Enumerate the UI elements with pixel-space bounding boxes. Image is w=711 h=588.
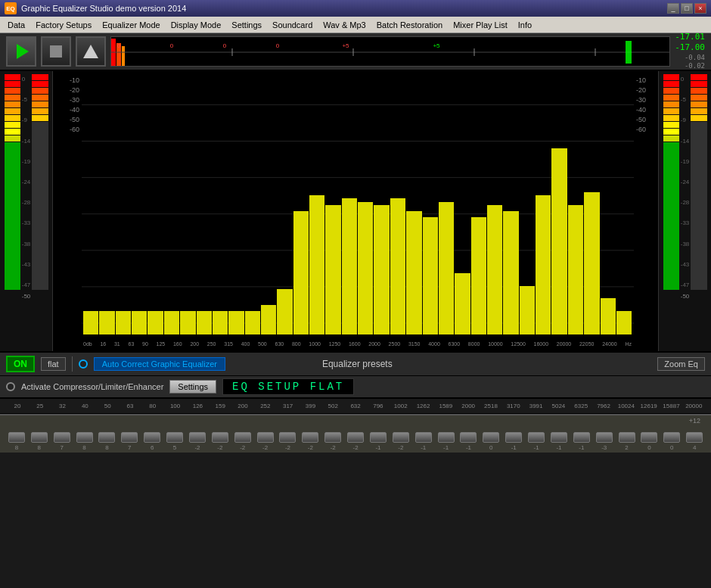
- freq-label: 80: [141, 403, 164, 409]
- spectrum-bar: [358, 201, 373, 335]
- svg-text:-30: -30: [70, 96, 79, 104]
- fader-value: -1: [458, 444, 480, 451]
- x-axis-label: 4000: [428, 341, 440, 347]
- svg-text:-40: -40: [636, 106, 646, 114]
- fader-handle[interactable]: [483, 432, 499, 443]
- svg-text:-60: -60: [636, 126, 646, 133]
- x-axis-label: 0db: [83, 341, 92, 347]
- spectrum-bar: [116, 310, 131, 334]
- fader-handle[interactable]: [551, 432, 567, 443]
- spectrum-bar: [520, 285, 535, 334]
- menu-item-equalizer-mode[interactable]: Equalizer Mode: [98, 19, 164, 31]
- radio-compressor[interactable]: [6, 382, 15, 391]
- fader-values-row: 88788765-2-2-2-2-2-2-2-2-1-2-1-1-10-1-1-…: [0, 443, 711, 453]
- frequency-labels-bar: 2025324050638010012615920025231739950263…: [0, 399, 711, 414]
- fader-handle[interactable]: [76, 432, 93, 443]
- fader-handle[interactable]: [505, 432, 522, 443]
- fader-handle[interactable]: [393, 432, 409, 443]
- freq-label: 6325: [570, 403, 592, 409]
- menu-item-factory-setups[interactable]: Factory Setups: [31, 19, 96, 31]
- fader-handle[interactable]: [663, 432, 680, 443]
- spectrum-bar: [536, 194, 551, 334]
- record-button[interactable]: [76, 36, 106, 67]
- fader-handle[interactable]: [279, 432, 296, 443]
- freq-label: 3991: [525, 403, 548, 409]
- menu-item-display-mode[interactable]: Display Mode: [166, 19, 226, 31]
- fader-handle[interactable]: [189, 432, 206, 443]
- menu-item-settings[interactable]: Settings: [227, 19, 266, 31]
- freq-label: 50: [96, 403, 119, 409]
- menu-item-data[interactable]: Data: [3, 19, 29, 31]
- fader-handle[interactable]: [8, 432, 25, 443]
- fader-handle[interactable]: [98, 432, 115, 443]
- level-left: -17.01: [675, 32, 705, 42]
- fader-handle[interactable]: [302, 432, 318, 443]
- freq-label: 3170: [502, 403, 525, 409]
- fader-handle[interactable]: [641, 432, 657, 443]
- spectrum-bar: [83, 310, 98, 334]
- fader-handle[interactable]: [460, 432, 477, 443]
- freq-label: 1589: [434, 403, 457, 409]
- fader-handle[interactable]: [347, 432, 364, 443]
- menu-item-info[interactable]: Info: [514, 19, 536, 31]
- close-button[interactable]: ×: [694, 3, 706, 14]
- fader-handle[interactable]: [528, 432, 545, 443]
- fader-value: -1: [526, 444, 547, 451]
- freq-label: 25: [29, 403, 51, 409]
- fader-handle[interactable]: [619, 432, 635, 443]
- compressor-settings-button[interactable]: Settings: [169, 380, 216, 394]
- zoom-button[interactable]: Zoom Eq: [657, 357, 705, 371]
- freq-label: 2000: [457, 403, 480, 409]
- fader-value: 4: [684, 444, 705, 451]
- freq-label: 5024: [548, 403, 570, 409]
- spectrum-display: -10 -20 -30 -40 -50 -60 -10 -20 -30 -40 …: [53, 71, 658, 351]
- minimize-button[interactable]: _: [667, 3, 679, 14]
- x-axis-label: 3150: [408, 341, 421, 347]
- spectrum-bar: [390, 197, 405, 334]
- fader-handle[interactable]: [212, 432, 228, 443]
- fader-handle[interactable]: [438, 432, 455, 443]
- svg-rect-2: [122, 46, 125, 66]
- freq-label: 1002: [390, 403, 412, 409]
- autocorrect-button[interactable]: Auto Correct Graphic Equalizer: [94, 357, 225, 371]
- radio-autocorrect[interactable]: [79, 359, 88, 369]
- fader-handle[interactable]: [596, 432, 613, 443]
- spectrum-bar: [439, 201, 454, 335]
- x-axis-label: 315: [224, 341, 233, 347]
- spectrum-bar: [325, 204, 340, 334]
- freq-label: 20000: [682, 403, 705, 409]
- menu-item-batch-restoration[interactable]: Batch Restoration: [372, 19, 447, 31]
- menu-item-soundcard[interactable]: Soundcard: [268, 19, 317, 31]
- play-button[interactable]: [6, 36, 36, 67]
- fader-handle[interactable]: [234, 432, 251, 443]
- fader-handle[interactable]: [257, 432, 274, 443]
- menu-item-wav-&-mp3[interactable]: Wav & Mp3: [318, 19, 370, 31]
- fader-handle[interactable]: [31, 432, 48, 443]
- fader-value: -3: [594, 444, 615, 451]
- spectrum-bar: [616, 310, 632, 334]
- x-axis-label: 1000: [309, 341, 321, 347]
- fader-value: -2: [300, 444, 321, 451]
- fader-handle[interactable]: [121, 432, 138, 443]
- fader-handle[interactable]: [686, 432, 703, 443]
- svg-text:-10: -10: [70, 76, 79, 84]
- fader-value: 8: [97, 444, 118, 451]
- spectrum-bar: [293, 210, 309, 334]
- fader-handle[interactable]: [324, 432, 341, 443]
- fader-handle[interactable]: [370, 432, 387, 443]
- on-button[interactable]: ON: [6, 356, 35, 372]
- menu-item-mixer-play-list[interactable]: Mixer Play List: [449, 19, 512, 31]
- spectrum-bar: [147, 310, 163, 334]
- spectrum-bar: [487, 204, 502, 334]
- fader-handle[interactable]: [144, 432, 160, 443]
- x-axis-label: 90: [142, 341, 148, 347]
- stop-button[interactable]: [41, 36, 71, 67]
- window-controls[interactable]: _ □ ×: [667, 3, 706, 14]
- x-axis-label: 2000: [368, 341, 380, 347]
- fader-handle[interactable]: [573, 432, 590, 443]
- fader-handle[interactable]: [54, 432, 70, 443]
- fader-handle[interactable]: [415, 432, 432, 443]
- maximize-button[interactable]: □: [681, 3, 693, 14]
- fader-handle[interactable]: [166, 432, 183, 443]
- flat-button[interactable]: flat: [41, 357, 66, 371]
